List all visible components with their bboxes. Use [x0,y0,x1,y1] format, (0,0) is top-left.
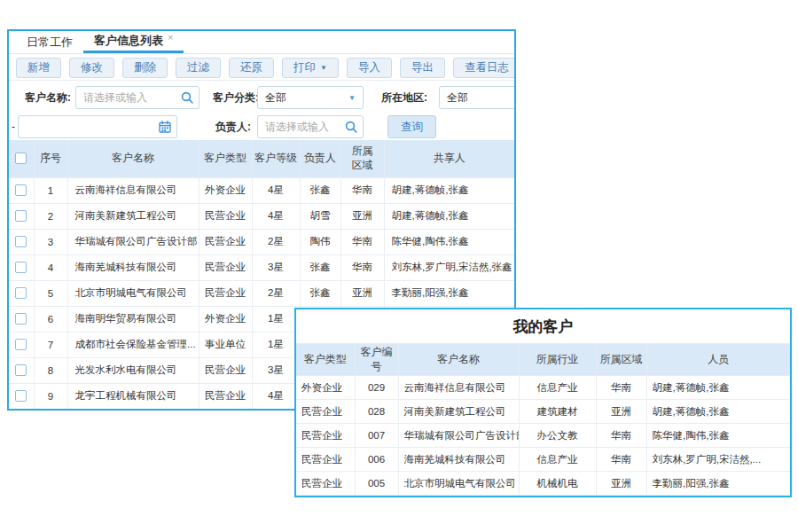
tab-daily-work[interactable]: 日常工作 [16,31,83,53]
row-select-cell [9,177,34,203]
owner-link[interactable]: 张鑫 [300,280,340,306]
customer-level-cell: 4星 [252,203,300,229]
customer-type-cell: 民营企业 [199,383,252,409]
search-icon[interactable] [181,91,193,104]
serial-cell: 5 [34,280,67,306]
owner-link[interactable]: 陶伟 [300,229,340,254]
customer-code-link[interactable]: 007 [355,424,398,448]
serial-cell: 7 [34,332,67,357]
customer-code-link[interactable]: 005 [355,472,398,496]
date-range-separator: - [12,115,15,138]
shared-cell: 刘东林,罗广明,宋洁然,张鑫 [384,254,514,280]
customer-name-link[interactable]: 海南芜城科技有限公司 [67,254,199,280]
table-row[interactable]: 民营企业 028 河南美新建筑工程公司 建筑建材 亚洲 胡建,蒋德帧,张鑫 [296,400,790,424]
serial-cell: 4 [34,254,67,280]
customer-name-link[interactable]: 成都市社会保险基金管理... [67,332,199,357]
customer-level-cell: 4星 [252,177,300,203]
owner-link[interactable]: 胡雪 [300,203,340,229]
owner-link[interactable]: 张鑫 [300,254,340,280]
customer-name-link[interactable]: 河南美新建筑工程公司 [67,203,199,229]
customer-code-link[interactable]: 006 [355,448,398,472]
add-button[interactable]: 新增 [16,58,61,78]
delete-button[interactable]: 删除 [122,58,168,78]
customer-code-link[interactable]: 029 [355,376,398,400]
customer-level-cell: 2星 [252,280,300,306]
query-button[interactable]: 查询 [387,115,436,138]
date-input[interactable] [18,115,177,138]
customer-name-link[interactable]: 华瑞城有限公司广告设计部 [67,229,199,254]
customer-name-link[interactable]: 光发水利水电有限公司 [67,357,199,383]
col-serial: 序号 [34,140,67,177]
persons-cell: 陈华健,陶伟,张鑫 [646,424,790,448]
customer-type-cell: 外资企业 [199,177,252,203]
row-select-cell [9,254,34,280]
print-button[interactable]: 打印 ▼ [282,58,339,78]
region-cell: 亚洲 [340,280,384,306]
row-select-cell [9,203,34,229]
customer-level-cell: 1星 [252,306,300,332]
customer-name-link[interactable]: 海南芜城科技有限公司 [398,448,519,472]
search-icon[interactable] [345,121,357,133]
customer-code-link[interactable]: 028 [355,400,398,424]
customer-name-field-wrap [75,86,200,109]
row-checkbox[interactable] [15,210,27,222]
calendar-icon[interactable] [159,121,171,133]
serial-cell: 3 [34,229,67,254]
category-select[interactable]: 全部 ▼ [257,86,364,109]
row-checkbox[interactable] [15,313,27,325]
row-checkbox[interactable] [15,262,27,273]
serial-cell: 8 [34,357,67,383]
col-customer-level: 客户等级 [252,140,300,177]
tab-customer-info-list[interactable]: 客户信息列表 × [83,31,184,53]
row-checkbox[interactable] [15,287,27,299]
owner-label: 负责人: [215,115,251,138]
restore-button[interactable]: 还原 [229,58,274,78]
customer-type-cell: 民营企业 [296,424,355,448]
select-all-checkbox[interactable] [15,153,27,164]
close-icon[interactable]: × [168,32,173,43]
customer-type-cell: 民营企业 [296,448,355,472]
region-cell: 亚洲 [596,400,646,424]
customer-name-link[interactable]: 海南明华贸易有限公司 [67,306,199,332]
row-checkbox[interactable] [15,236,27,247]
view-log-button[interactable]: 查看日志 [453,58,516,78]
customer-name-link[interactable]: 云南海祥信息有限公司 [398,376,519,400]
customer-name-link[interactable]: 云南海祥信息有限公司 [67,177,199,203]
customer-name-link[interactable]: 华瑞城有限公司广告设计部 [398,424,519,448]
filter-button[interactable]: 过滤 [176,58,221,78]
table-row[interactable]: 外资企业 029 云南海祥信息有限公司 信息产业 华南 胡建,蒋德帧,张鑫 [296,376,790,400]
customer-name-link[interactable]: 河南美新建筑工程公司 [398,400,519,424]
table-row[interactable]: 民营企业 006 海南芜城科技有限公司 信息产业 华南 刘东林,罗广明,宋洁然,… [296,448,790,472]
edit-button[interactable]: 修改 [69,58,114,78]
region-cell: 华南 [340,177,384,203]
table-row[interactable]: 4 海南芜城科技有限公司 民营企业 3星 张鑫 华南 刘东林,罗广明,宋洁然,张… [9,254,514,280]
customer-type-cell: 民营企业 [199,357,252,383]
chevron-down-icon: ▼ [320,64,327,72]
customer-type-cell: 外资企业 [199,306,252,332]
table-row[interactable]: 民营企业 007 华瑞城有限公司广告设计部 办公文教 华南 陈华健,陶伟,张鑫 [296,424,790,448]
owner-link[interactable]: 张鑫 [300,177,340,203]
customer-name-link[interactable]: 北京市明城电气有限公司 [398,472,519,496]
row-select-cell [9,357,34,383]
customer-type-cell: 民营企业 [199,203,252,229]
row-checkbox[interactable] [15,184,27,196]
customer-name-link[interactable]: 北京市明城电气有限公司 [67,280,199,306]
table-row[interactable]: 1 云南海祥信息有限公司 外资企业 4星 张鑫 华南 胡建,蒋德帧,张鑫 [9,177,514,203]
customer-name-link[interactable]: 龙宇工程机械有限公司 [67,383,199,409]
customer-name-label: 客户名称: [25,86,71,109]
row-checkbox[interactable] [15,364,27,376]
region-select[interactable]: 全部 [439,86,516,109]
table-row[interactable]: 2 河南美新建筑工程公司 民营企业 4星 胡雪 亚洲 胡建,蒋德帧,张鑫 [9,203,514,229]
tab-bar: 日常工作 客户信息列表 × [9,31,514,54]
row-checkbox[interactable] [15,390,27,402]
region-cell: 华南 [596,448,646,472]
import-button[interactable]: 导入 [347,58,392,78]
table-row[interactable]: 民营企业 005 北京市明城电气有限公司 机械机电 亚洲 李勤丽,阳强,张鑫 [296,472,790,496]
table-row[interactable]: 3 华瑞城有限公司广告设计部 民营企业 2星 陶伟 华南 陈华健,陶伟,张鑫 [9,229,514,254]
industry-cell: 信息产业 [519,376,596,400]
export-button[interactable]: 导出 [400,58,445,78]
row-checkbox[interactable] [15,339,27,350]
table-row[interactable]: 5 北京市明城电气有限公司 民营企业 2星 张鑫 亚洲 李勤丽,阳强,张鑫 [9,280,514,306]
owner-field-wrap [257,115,364,138]
shared-cell: 李勤丽,阳强,张鑫 [384,280,514,306]
